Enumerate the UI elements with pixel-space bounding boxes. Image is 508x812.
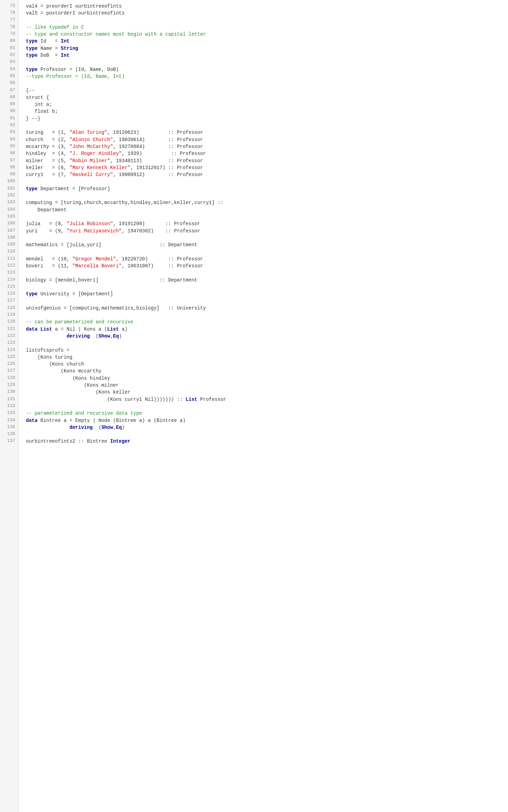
- line-number: 76: [3, 10, 15, 17]
- line-number: 136: [3, 431, 15, 438]
- line-number: 131: [3, 396, 15, 403]
- code-line: -- parameterized and recursive data type: [26, 410, 501, 417]
- code-line: [26, 284, 501, 290]
- line-number: 75: [3, 3, 15, 10]
- code-line: float b;: [26, 108, 501, 115]
- code-line: turing = (1, "Alan Turing", 19120623) ::…: [26, 129, 501, 136]
- code-line: [26, 59, 501, 66]
- line-number: 128: [3, 375, 15, 382]
- code-line: mendel = (10, "Gregor Mendel", 18220720)…: [26, 256, 501, 262]
- code-line: univofgenius = [computing,mathematics,bi…: [26, 305, 501, 312]
- line-number: 120: [3, 319, 15, 325]
- line-number: 135: [3, 424, 15, 431]
- code-line: [26, 297, 501, 304]
- line-number: 96: [3, 150, 15, 157]
- line-number: 134: [3, 417, 15, 424]
- line-number: 84: [3, 66, 15, 73]
- line-number: 97: [3, 157, 15, 164]
- line-number: 122: [3, 333, 15, 340]
- code-line: deriving (Show,Eq): [26, 333, 501, 340]
- code-line: ourbintreeofints2 :: Bintree Integer: [26, 438, 501, 445]
- line-number: 116: [3, 290, 15, 297]
- line-number: 95: [3, 143, 15, 150]
- code-line: } --}: [26, 115, 501, 122]
- line-number: 119: [3, 312, 15, 319]
- line-number: 137: [3, 438, 15, 445]
- code-line: [26, 312, 501, 319]
- code-line: (Kons church: [26, 361, 501, 368]
- line-number: 82: [3, 52, 15, 59]
- line-number: 106: [3, 220, 15, 227]
- code-line: type DoB = Int: [26, 52, 501, 59]
- code-line: [26, 80, 501, 87]
- line-number: 118: [3, 305, 15, 312]
- line-number: 112: [3, 262, 15, 269]
- line-number: 91: [3, 115, 15, 122]
- code-line: mccarthy = (3, "John McCarthy", 19270904…: [26, 143, 501, 150]
- line-number: 103: [3, 199, 15, 206]
- line-number: 107: [3, 228, 15, 234]
- code-line: type Professor = (Id, Name, DoB): [26, 66, 501, 73]
- line-number: 124: [3, 347, 15, 354]
- code-line: [26, 248, 501, 255]
- code-line: (Kons keller: [26, 389, 501, 396]
- line-number: 123: [3, 340, 15, 347]
- line-number: 93: [3, 129, 15, 136]
- line-number: 101: [3, 185, 15, 192]
- code-line: val5 = postorderI ourbintreeofints: [26, 10, 501, 17]
- code-line: church = (2, "Alonzo Church", 19030614) …: [26, 136, 501, 143]
- line-number: 94: [3, 136, 15, 143]
- code-line: [26, 178, 501, 185]
- code-line: data Bintree a = Empty | Node (Bintree a…: [26, 417, 501, 424]
- line-number: 117: [3, 297, 15, 304]
- code-line: (Kons hindley: [26, 375, 501, 382]
- code-line: data List a = Nil | Kons a (List a): [26, 326, 501, 333]
- line-number: 86: [3, 80, 15, 87]
- code-line: biology = [mendel,boveri] :: Department: [26, 277, 501, 284]
- code-line: type University = [Department]: [26, 290, 501, 297]
- line-number: 129: [3, 382, 15, 389]
- code-line: computing = [turing,church,mccarthy,hind…: [26, 199, 501, 206]
- line-number: 77: [3, 17, 15, 24]
- line-number: 121: [3, 326, 15, 333]
- line-number: 78: [3, 24, 15, 31]
- code-line: deriving (Show,Eq): [26, 424, 501, 431]
- line-number: 111: [3, 256, 15, 262]
- code-line: type Name = String: [26, 45, 501, 52]
- code-line: (Kons mccarthy: [26, 368, 501, 375]
- line-number: 100: [3, 178, 15, 185]
- line-number: 114: [3, 277, 15, 284]
- line-number: 110: [3, 248, 15, 255]
- line-number: 115: [3, 284, 15, 290]
- code-line: -- can be parameterized and recursive: [26, 319, 501, 325]
- code-line: julia = (8, "Julia Robinson", 19191208) …: [26, 220, 501, 227]
- code-line: Department: [26, 206, 501, 213]
- code-line: listofcsprofs =: [26, 347, 501, 354]
- code-line: [26, 17, 501, 24]
- code-line: (Kons curry1 Nil))))))) :: List Professo…: [26, 396, 501, 403]
- code-line: {--: [26, 87, 501, 94]
- line-number: 99: [3, 171, 15, 178]
- code-line: int a;: [26, 101, 501, 108]
- code-line: val4 = preorderI ourbintreeofints: [26, 3, 501, 10]
- line-number: 92: [3, 122, 15, 129]
- line-number: 87: [3, 87, 15, 94]
- code-line: type Department = [Professor]: [26, 185, 501, 192]
- code-line: type Id = Int: [26, 38, 501, 45]
- line-number: 85: [3, 73, 15, 80]
- code-line: [26, 269, 501, 276]
- code-line: --type Professor = (Id, Name, Int): [26, 73, 501, 80]
- code-line: [26, 403, 501, 410]
- code-line: boveri = (11, "Marcella Boveri", 1863100…: [26, 262, 501, 269]
- line-number: 80: [3, 38, 15, 45]
- code-content[interactable]: val4 = preorderI ourbintreeofintsval5 = …: [19, 0, 508, 812]
- code-line: [26, 213, 501, 220]
- code-editor: 7576777879808182838485868788899091929394…: [0, 0, 508, 812]
- line-number: 90: [3, 108, 15, 115]
- line-number: 130: [3, 389, 15, 396]
- code-line: [26, 431, 501, 438]
- code-line: (Kons milner: [26, 382, 501, 389]
- line-number: 98: [3, 164, 15, 171]
- line-number: 132: [3, 403, 15, 410]
- code-line: [26, 340, 501, 347]
